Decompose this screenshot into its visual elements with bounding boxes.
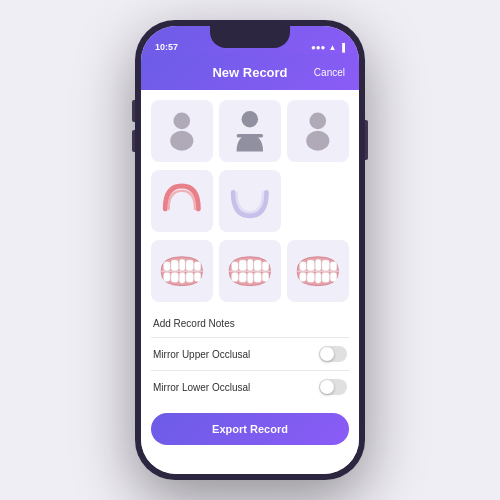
screen-content: Add Record Notes Mirror Upper Occlusal M… xyxy=(141,90,359,474)
svg-rect-17 xyxy=(239,260,246,271)
arch-empty-slot xyxy=(287,170,349,232)
svg-rect-35 xyxy=(330,273,337,282)
person-front-slot[interactable] xyxy=(151,100,213,162)
mirror-lower-row[interactable]: Mirror Lower Occlusal xyxy=(151,371,349,403)
status-time: 10:57 xyxy=(155,42,178,52)
person-photo-grid xyxy=(151,100,349,162)
settings-section: Add Record Notes Mirror Upper Occlusal M… xyxy=(151,310,349,403)
svg-rect-7 xyxy=(171,260,178,271)
svg-point-1 xyxy=(170,131,193,151)
person-profile-slot[interactable] xyxy=(287,100,349,162)
svg-rect-11 xyxy=(164,273,171,282)
volume-down-button xyxy=(132,130,135,152)
mirror-upper-row[interactable]: Mirror Upper Occlusal xyxy=(151,338,349,371)
person-side-icon xyxy=(225,106,275,156)
svg-rect-19 xyxy=(254,260,261,271)
svg-point-5 xyxy=(306,131,329,151)
upper-arch-icon xyxy=(157,176,207,226)
svg-point-0 xyxy=(174,113,191,130)
person-side-slot[interactable] xyxy=(219,100,281,162)
mirror-lower-toggle[interactable] xyxy=(319,379,347,395)
teeth-grid xyxy=(151,240,349,302)
svg-rect-24 xyxy=(254,273,261,283)
svg-rect-25 xyxy=(262,273,269,282)
status-icons: ●●● ▲ ▐ xyxy=(311,43,345,52)
svg-rect-10 xyxy=(194,262,201,271)
mirror-upper-toggle[interactable] xyxy=(319,346,347,362)
svg-rect-26 xyxy=(300,262,307,271)
toggle-knob xyxy=(320,347,334,361)
svg-rect-34 xyxy=(322,273,329,283)
svg-rect-32 xyxy=(307,273,314,283)
cancel-button[interactable]: Cancel xyxy=(314,67,345,78)
svg-rect-30 xyxy=(330,262,337,271)
add-notes-row[interactable]: Add Record Notes xyxy=(151,310,349,338)
svg-rect-29 xyxy=(322,260,329,271)
svg-rect-22 xyxy=(239,273,246,283)
signal-icon: ●●● xyxy=(311,43,326,52)
svg-rect-28 xyxy=(316,259,322,271)
wifi-icon: ▲ xyxy=(328,43,336,52)
svg-rect-18 xyxy=(248,259,254,271)
lower-arch-slot[interactable] xyxy=(219,170,281,232)
power-button xyxy=(365,120,368,160)
teeth-other-icon xyxy=(293,246,343,296)
svg-point-2 xyxy=(242,111,259,128)
teeth-side-icon xyxy=(225,246,275,296)
svg-rect-33 xyxy=(316,273,322,284)
svg-rect-27 xyxy=(307,260,314,271)
svg-rect-9 xyxy=(186,260,193,271)
teeth-front-icon xyxy=(157,246,207,296)
add-notes-label: Add Record Notes xyxy=(153,318,235,329)
svg-point-4 xyxy=(310,113,327,130)
svg-rect-8 xyxy=(180,259,186,271)
svg-rect-20 xyxy=(262,262,269,271)
mirror-lower-label: Mirror Lower Occlusal xyxy=(153,382,250,393)
lower-arch-icon xyxy=(225,176,275,226)
svg-rect-14 xyxy=(186,273,193,283)
nav-title: New Record xyxy=(212,65,287,80)
teeth-slot-2[interactable] xyxy=(219,240,281,302)
volume-up-button xyxy=(132,100,135,122)
phone-frame: 10:57 ●●● ▲ ▐ New Record Cancel xyxy=(135,20,365,480)
person-profile-icon xyxy=(293,106,343,156)
nav-bar: New Record Cancel xyxy=(141,54,359,90)
phone-notch xyxy=(210,26,290,48)
arch-grid xyxy=(151,170,349,232)
battery-icon: ▐ xyxy=(339,43,345,52)
person-front-icon xyxy=(157,106,207,156)
svg-rect-12 xyxy=(171,273,178,283)
export-record-button[interactable]: Export Record xyxy=(151,413,349,445)
teeth-slot-1[interactable] xyxy=(151,240,213,302)
phone-screen: 10:57 ●●● ▲ ▐ New Record Cancel xyxy=(141,26,359,474)
svg-rect-23 xyxy=(248,273,254,284)
upper-arch-slot[interactable] xyxy=(151,170,213,232)
svg-rect-31 xyxy=(300,273,307,282)
svg-rect-15 xyxy=(194,273,201,282)
toggle-knob-2 xyxy=(320,380,334,394)
svg-rect-16 xyxy=(232,262,239,271)
svg-rect-6 xyxy=(164,262,171,271)
mirror-upper-label: Mirror Upper Occlusal xyxy=(153,349,250,360)
teeth-slot-3[interactable] xyxy=(287,240,349,302)
svg-rect-21 xyxy=(232,273,239,282)
svg-rect-3 xyxy=(237,134,263,137)
svg-rect-13 xyxy=(180,273,186,284)
